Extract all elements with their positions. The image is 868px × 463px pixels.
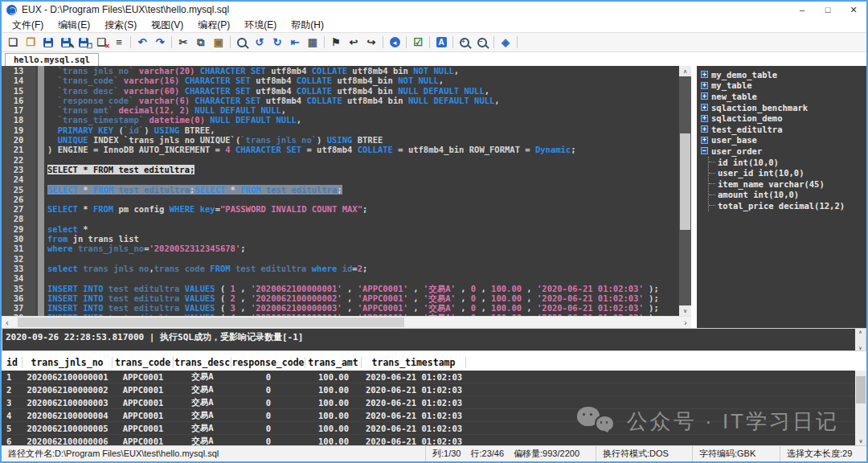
about-button[interactable]: ◈: [497, 35, 514, 51]
code-line[interactable]: 18 `trans_timestamp` datetime(0) NULL DE…: [2, 115, 679, 125]
table-row[interactable]: 12020062100000001APPC0001交易A0100.002020-…: [2, 371, 866, 383]
code-line[interactable]: 15 `trans_desc` varchar(60) CHARACTER SE…: [2, 86, 679, 96]
tab-hello-mysql-sql[interactable]: hello.mysql.sql: [5, 53, 99, 66]
expand-icon[interactable]: +: [701, 104, 708, 111]
collapse-icon[interactable]: −: [701, 147, 708, 154]
expand-icon[interactable]: +: [701, 125, 708, 133]
find-previous-button[interactable]: ↺: [251, 35, 268, 51]
tree-column-item[interactable]: id int(10,0): [709, 157, 866, 168]
tree-column-item[interactable]: amount int(10,0): [709, 190, 866, 201]
code-line[interactable]: 22: [2, 155, 679, 165]
scroll-thumb[interactable]: [680, 133, 690, 230]
table-row[interactable]: 22020062100000002APPC0001交易A0100.002020-…: [2, 383, 866, 396]
expand-icon[interactable]: +: [701, 115, 708, 122]
code-line[interactable]: 26: [2, 195, 679, 204]
scroll-down-icon[interactable]: ∨: [855, 436, 866, 445]
panel-splitter[interactable]: [691, 66, 697, 328]
open-file-button[interactable]: ❐: [22, 35, 39, 51]
syntax-check-button[interactable]: ☑: [409, 35, 427, 51]
scroll-track[interactable]: [13, 317, 680, 328]
bookmark-button[interactable]: ⚑: [327, 35, 345, 51]
menu-item-s[interactable]: 搜索(S): [97, 18, 144, 32]
code-line[interactable]: 32: [2, 254, 679, 264]
scroll-up-icon[interactable]: ∧: [858, 329, 862, 334]
code-line[interactable]: 19 PRIMARY KEY (`id`) USING BTREE,: [2, 125, 679, 135]
code-line[interactable]: 21) ENGINE = InnoDB AUTO_INCREMENT = 4 C…: [2, 145, 679, 154]
scroll-left-icon[interactable]: ‹: [2, 317, 13, 328]
close-file-button[interactable]: ❏✕: [92, 35, 110, 51]
paste-button[interactable]: ▣: [210, 35, 227, 51]
tree-item-my_demo_table[interactable]: +my_demo_table: [701, 69, 866, 80]
tree-column-item[interactable]: user_id int(10,0): [709, 167, 866, 178]
menu-item-f[interactable]: 文件(F): [5, 18, 51, 32]
undo-button[interactable]: ↶: [133, 35, 151, 51]
menu-item-p[interactable]: 编程(P): [190, 18, 237, 32]
results-scrollbar[interactable]: ∨: [855, 371, 866, 445]
code-line[interactable]: 20 UNIQUE INDEX `trans_jnls_no_UNIQUE`(`…: [2, 135, 679, 145]
expand-icon[interactable]: +: [701, 82, 708, 89]
save-as-button[interactable]: ✎: [57, 35, 75, 51]
menu-item-h[interactable]: 帮助(H): [284, 18, 331, 32]
go-back-button[interactable]: ◂: [386, 35, 403, 51]
code-line[interactable]: 34: [2, 273, 679, 283]
zoom-out-button[interactable]: −: [473, 35, 491, 51]
code-line[interactable]: 36INSERT INTO test_editultra VALUES ( 2 …: [2, 293, 679, 303]
save-button[interactable]: [39, 35, 57, 51]
cut-button[interactable]: ✂: [174, 35, 192, 51]
maximize-button[interactable]: □: [815, 2, 841, 18]
code-line[interactable]: 27SELECT * FROM pm_config WHERE key="PAS…: [2, 204, 679, 214]
zoom-in-button[interactable]: +: [456, 35, 473, 51]
code-line[interactable]: 14 `trans_code` varchar(16) CHARACTER SE…: [2, 76, 679, 85]
tree-column-item[interactable]: total_price decimal(12,2): [709, 200, 866, 211]
tree-item-sqlaction_demo[interactable]: +sqlaction_demo: [701, 113, 866, 124]
expand-icon[interactable]: +: [701, 137, 708, 144]
column-header-trans_code[interactable]: trans_code: [113, 357, 174, 368]
editor-horizontal-scrollbar[interactable]: ‹ ›: [2, 316, 691, 328]
column-header-trans_amt[interactable]: trans_amt: [305, 357, 362, 368]
code-line[interactable]: 24: [2, 174, 679, 184]
document-outline-button[interactable]: ≡: [110, 35, 128, 51]
code-line[interactable]: 17 `trans_amt` decimal(12, 2) NULL DEFAU…: [2, 105, 679, 115]
column-header-id[interactable]: id: [2, 357, 23, 368]
close-button[interactable]: ✕: [841, 2, 866, 18]
console-scrollbar[interactable]: ∧∨: [855, 329, 866, 350]
expand-icon[interactable]: +: [701, 71, 708, 78]
code-line[interactable]: 23SELECT * FROM test_editultra;: [2, 165, 679, 174]
tree-item-user_order[interactable]: −user_order: [701, 145, 866, 157]
scroll-track[interactable]: [679, 76, 691, 305]
scroll-right-icon[interactable]: ›: [680, 317, 691, 328]
code-line[interactable]: 37INSERT INTO test_editultra VALUES ( 3 …: [2, 303, 679, 313]
code-line[interactable]: 13 `trans_jnls_no` varchar(20) CHARACTER…: [2, 66, 679, 76]
scroll-down-icon[interactable]: ∨: [679, 305, 691, 316]
code-line[interactable]: 29select *: [2, 224, 679, 234]
code-line[interactable]: 33select trans_jnls_no,trans_code FROM t…: [2, 264, 679, 273]
column-header-trans_desc[interactable]: trans_desc: [174, 357, 231, 368]
scroll-up-icon[interactable]: ∧: [679, 66, 691, 76]
tree-item-new_table[interactable]: +new_table: [701, 91, 866, 102]
tree-item-sqlaction_benchmark[interactable]: +sqlaction_benchmark: [701, 102, 866, 113]
menu-item-e[interactable]: 编辑(E): [51, 18, 97, 32]
column-header-trans_jnls_no[interactable]: trans_jnls_no: [23, 357, 113, 368]
tree-item-user_base[interactable]: +user_base: [701, 135, 866, 146]
copy-button[interactable]: ⧉: [192, 35, 210, 51]
code-line[interactable]: 30from jn_trans_list: [2, 234, 679, 244]
next-bookmark-button[interactable]: ↪: [362, 35, 380, 51]
menu-item-v[interactable]: 视图(V): [144, 18, 190, 32]
encoding-convert-button[interactable]: A: [432, 35, 450, 51]
incremental-search-button[interactable]: ⇤: [286, 35, 304, 51]
editor-vertical-scrollbar[interactable]: ∧ ∨: [679, 66, 691, 316]
column-header-trans_timestamp[interactable]: trans_timestamp: [362, 357, 466, 368]
redo-button[interactable]: ↷: [151, 35, 169, 51]
code-line[interactable]: 28: [2, 214, 679, 223]
code-line[interactable]: 35INSERT INTO test_editultra VALUES ( 1 …: [2, 284, 679, 293]
code-line[interactable]: 16 `response_code` varchar(6) CHARACTER …: [2, 96, 679, 105]
table-row[interactable]: 62020062100000006APPC0001交易A0100.002020-…: [2, 435, 866, 445]
minimize-button[interactable]: –: [789, 2, 815, 18]
code-line[interactable]: 31where trans_jnls_no='2020052312345678'…: [2, 244, 679, 253]
code-line[interactable]: 25SELECT * FROM test_editultra;SELECT * …: [2, 185, 679, 195]
scroll-down-icon[interactable]: ∨: [858, 345, 862, 350]
column-header-response_code[interactable]: response_code: [231, 357, 305, 368]
replace-button[interactable]: ▦: [304, 35, 321, 51]
tree-item-test_editultra[interactable]: +test_editultra: [701, 124, 866, 135]
tree-item-my_table[interactable]: +my_table: [701, 80, 866, 92]
